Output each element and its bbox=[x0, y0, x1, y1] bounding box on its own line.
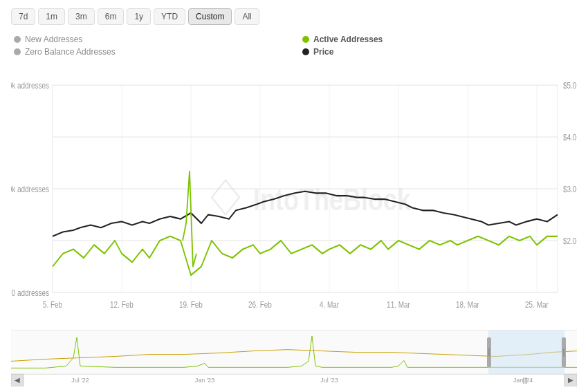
svg-text:Jul '22: Jul '22 bbox=[71, 377, 89, 384]
svg-text:26. Feb: 26. Feb bbox=[248, 300, 272, 309]
svg-text:◀: ◀ bbox=[15, 376, 20, 384]
legend-label: New Addresses bbox=[25, 35, 82, 44]
main-chart-svg: IntoTheBlock 40k addresses 20k addresses… bbox=[11, 68, 577, 327]
navigator-svg: Jul '22 Jan '23 Jul '23 Jan '24 ◀ ▶ ||| bbox=[11, 330, 577, 386]
time-range-buttons: 7d1m3m6m1yYTDCustomAll bbox=[11, 8, 577, 25]
time-btn-all[interactable]: All bbox=[235, 8, 259, 25]
svg-text:Jan '23: Jan '23 bbox=[195, 377, 215, 384]
legend-item-active-addresses: Active Addresses bbox=[302, 35, 577, 44]
time-btn-6m[interactable]: 6m bbox=[98, 8, 125, 25]
legend-item-new-addresses: New Addresses bbox=[14, 35, 288, 44]
svg-text:$2.00: $2.00 bbox=[563, 236, 577, 245]
svg-text:$4.00: $4.00 bbox=[563, 133, 577, 142]
navigator-area: Jul '22 Jan '23 Jul '23 Jan '24 ◀ ▶ ||| bbox=[11, 330, 577, 386]
legend-dot bbox=[302, 36, 309, 43]
svg-text:5. Feb: 5. Feb bbox=[43, 300, 62, 309]
svg-text:4. Mar: 4. Mar bbox=[320, 300, 339, 309]
legend-item-zero-balance-addresses: Zero Balance Addresses bbox=[14, 47, 288, 57]
main-chart-area: IntoTheBlock 40k addresses 20k addresses… bbox=[11, 68, 577, 327]
time-btn-1y[interactable]: 1y bbox=[127, 8, 151, 25]
time-btn-1m[interactable]: 1m bbox=[38, 8, 65, 25]
time-btn-ytd[interactable]: YTD bbox=[154, 8, 185, 25]
legend-label: Zero Balance Addresses bbox=[25, 47, 116, 57]
svg-text:40k addresses: 40k addresses bbox=[11, 81, 49, 90]
svg-text:19. Feb: 19. Feb bbox=[179, 300, 203, 309]
svg-marker-15 bbox=[212, 180, 239, 215]
time-btn-custom[interactable]: Custom bbox=[188, 8, 232, 25]
svg-text:$5.00: $5.00 bbox=[563, 81, 577, 90]
legend-label: Active Addresses bbox=[313, 35, 383, 44]
svg-text:18. Mar: 18. Mar bbox=[456, 300, 479, 309]
svg-rect-33 bbox=[488, 330, 564, 374]
main-container: 7d1m3m6m1yYTDCustomAll New AddressesActi… bbox=[0, 0, 588, 392]
svg-text:0 addresses: 0 addresses bbox=[12, 288, 50, 297]
svg-text:11. Mar: 11. Mar bbox=[387, 300, 410, 309]
svg-text:Jul '23: Jul '23 bbox=[320, 377, 338, 384]
legend-dot bbox=[302, 48, 309, 55]
legend-dot bbox=[14, 48, 21, 55]
legend-label: Price bbox=[313, 47, 333, 57]
time-btn-7d[interactable]: 7d bbox=[11, 8, 35, 25]
svg-text:25. Mar: 25. Mar bbox=[525, 300, 549, 309]
time-btn-3m[interactable]: 3m bbox=[68, 8, 95, 25]
svg-text:20k addresses: 20k addresses bbox=[11, 185, 49, 194]
legend-item-price: Price bbox=[302, 47, 577, 57]
svg-text:▶: ▶ bbox=[568, 376, 573, 384]
svg-text:12. Feb: 12. Feb bbox=[110, 300, 134, 309]
chart-legend: New AddressesActive AddressesZero Balanc… bbox=[11, 35, 577, 57]
svg-text:$3.00: $3.00 bbox=[563, 185, 577, 194]
legend-dot bbox=[14, 36, 21, 43]
svg-text:|||: ||| bbox=[522, 376, 528, 384]
